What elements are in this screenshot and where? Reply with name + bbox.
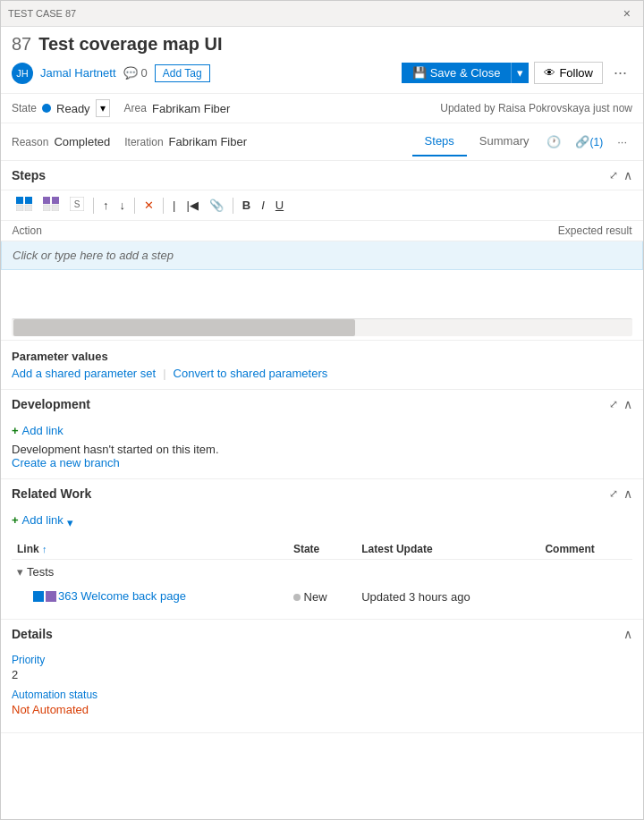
more-options-button[interactable]: ··· — [608, 62, 632, 84]
related-item-updated-cell: Updated 3 hours ago — [356, 584, 539, 610]
svg-rect-4 — [43, 197, 50, 204]
toolbar-separator-2 — [134, 198, 135, 214]
italic-button[interactable]: I — [257, 196, 269, 215]
svg-rect-0 — [16, 197, 23, 204]
dev-expand-button[interactable]: ⤢ — [609, 398, 618, 410]
work-item-id[interactable]: 363 Welcome back page — [58, 589, 186, 603]
tab-steps[interactable]: Steps — [412, 127, 467, 156]
dev-collapse-button[interactable]: ∧ — [623, 397, 632, 411]
details-title: Details — [12, 627, 53, 641]
steps-collapse-button[interactable]: ∧ — [623, 168, 632, 182]
details-controls: ∧ — [623, 627, 632, 641]
save-icon: 💾 — [412, 66, 427, 80]
move-up-button[interactable]: ↑ — [98, 196, 114, 215]
sort-icon: ↑ — [42, 544, 47, 554]
svg-rect-1 — [25, 197, 32, 204]
save-close-group: 💾 Save & Close ▾ — [402, 63, 530, 83]
comment-icon: 💬 — [123, 66, 138, 80]
tab-more-button[interactable]: ··· — [612, 131, 632, 152]
reason-row: Reason Completed Iteration Fabrikam Fibe… — [1, 123, 643, 161]
follow-button[interactable]: 👁 Follow — [534, 62, 603, 84]
related-collapse-button[interactable]: ∧ — [623, 486, 632, 501]
svg-rect-3 — [25, 205, 32, 211]
close-button[interactable]: × — [618, 4, 636, 22]
result-col-header: Expected result — [386, 221, 643, 241]
related-dropdown-arrow[interactable]: ▾ — [67, 516, 73, 529]
automation-value: Not Automated — [12, 703, 632, 716]
title-bar: TEST CASE 87 × — [1, 1, 643, 27]
related-add-link-button[interactable]: + Add link — [12, 513, 64, 527]
reason-value: Completed — [54, 135, 110, 148]
state-value: Ready — [56, 102, 90, 115]
outdent-button[interactable]: |◀ — [182, 196, 202, 215]
automation-item: Automation status Not Automated — [12, 689, 632, 716]
status-dot-new — [293, 594, 301, 601]
latest-update-col-header: Latest Update — [356, 539, 539, 560]
plus-icon: + — [12, 424, 19, 437]
area-group: Area Fabrikam Fiber — [124, 102, 231, 115]
insert-shared-step-button[interactable] — [38, 194, 64, 216]
toolbar-separator-1 — [93, 198, 94, 214]
state-col-header: State — [288, 539, 356, 560]
related-plus-icon: + — [12, 513, 19, 527]
steps-expand-button[interactable]: ⤢ — [609, 169, 618, 182]
state-dot — [42, 104, 51, 113]
reason-group: Reason Completed — [12, 135, 110, 148]
attach-button[interactable]: 📎 — [205, 196, 228, 215]
tab-summary[interactable]: Summary — [467, 127, 542, 156]
automation-label: Automation status — [12, 689, 632, 701]
related-work-section: Related Work ⤢ ∧ + Add link ▾ Link — [1, 479, 643, 620]
steps-title: Steps — [12, 168, 46, 182]
links-icon-button[interactable]: 🔗(1) — [570, 131, 608, 152]
related-controls: ⤢ ∧ — [609, 486, 632, 501]
add-step-row[interactable]: Click or type here to add a step — [2, 241, 643, 270]
avatar: JH — [12, 63, 33, 84]
svg-text:S: S — [74, 199, 80, 209]
tests-group-label: Tests — [27, 565, 54, 579]
dev-add-link-button[interactable]: + Add link — [12, 424, 64, 437]
iteration-value: Fabrikam Fiber — [169, 135, 247, 148]
details-collapse-button[interactable]: ∧ — [623, 627, 632, 641]
add-shared-param-link[interactable]: Add a shared parameter set — [12, 367, 156, 380]
related-title: Related Work — [12, 486, 91, 501]
indent-button[interactable]: | — [168, 196, 180, 215]
dev-body: + Add link Development hasn't started on… — [1, 418, 643, 478]
delete-step-button[interactable]: ✕ — [140, 196, 158, 215]
horizontal-scrollbar[interactable] — [12, 318, 632, 336]
param-title: Parameter values — [12, 350, 632, 363]
toolbar-separator-3 — [163, 198, 164, 214]
history-icon-button[interactable]: 🕐 — [541, 131, 566, 152]
convert-shared-params-link[interactable]: Convert to shared parameters — [174, 367, 328, 380]
insert-step-button[interactable] — [12, 194, 37, 216]
steps-empty-space — [1, 270, 643, 315]
work-item-purple-icon — [46, 591, 56, 602]
underline-button[interactable]: U — [271, 196, 288, 215]
create-shared-step-button[interactable]: S — [65, 194, 89, 216]
add-step-cell[interactable]: Click or type here to add a step — [2, 241, 643, 270]
tests-group: ▾ Tests — [17, 565, 627, 579]
steps-controls: ⤢ ∧ — [609, 168, 632, 182]
header-meta: JH Jamal Hartnett 💬 0 Add Tag 💾 Save & C… — [12, 62, 632, 84]
related-expand-button[interactable]: ⤢ — [609, 487, 618, 500]
work-item-title-text: Test coverage map UI — [38, 34, 222, 55]
state-dropdown-button[interactable]: ▾ — [96, 99, 110, 117]
priority-label: Priority — [12, 654, 632, 666]
add-tag-button[interactable]: Add Tag — [155, 64, 210, 82]
move-down-button[interactable]: ↓ — [115, 196, 131, 215]
save-close-dropdown-button[interactable]: ▾ — [511, 63, 529, 83]
dev-controls: ⤢ ∧ — [609, 397, 632, 411]
save-close-button[interactable]: 💾 Save & Close — [402, 63, 512, 83]
window-title: TEST CASE 87 — [8, 8, 76, 19]
tab-actions: 🕐 🔗(1) ··· — [541, 131, 632, 152]
param-links: Add a shared parameter set | Convert to … — [12, 367, 632, 380]
bold-button[interactable]: B — [238, 196, 255, 215]
related-section-header: Related Work ⤢ ∧ — [1, 479, 643, 508]
tests-expand-arrow[interactable]: ▾ — [17, 565, 23, 579]
header: 87 Test coverage map UI JH Jamal Hartnet… — [1, 27, 643, 94]
create-branch-link[interactable]: Create a new branch — [12, 456, 120, 469]
work-item-blue-icon — [33, 591, 44, 602]
related-item-comment-cell — [539, 584, 632, 610]
work-item-title: 87 Test coverage map UI — [12, 34, 632, 55]
steps-toolbar: S ↑ ↓ ✕ | |◀ 📎 B I U — [1, 190, 643, 221]
tabs-bar: Steps Summary 🕐 🔗(1) ··· — [412, 127, 632, 156]
